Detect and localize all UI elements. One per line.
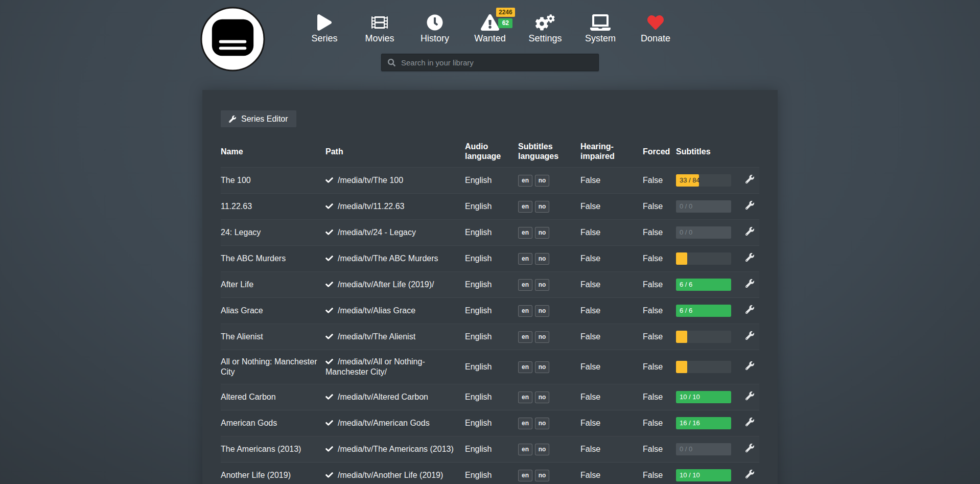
column-header-hearing-impaired: Hearing-impaired <box>580 142 643 168</box>
wanted-series-count-badge: 2246 <box>496 8 515 17</box>
audio-language: English <box>465 228 492 237</box>
hearing-impaired-value: False <box>580 202 600 211</box>
nav-item-movies[interactable]: Movies <box>352 12 407 44</box>
nav-item-donate[interactable]: Donate <box>628 12 683 44</box>
series-path: /media/tv/The 100 <box>338 176 403 185</box>
series-name[interactable]: American Gods <box>221 419 277 427</box>
wrench-icon <box>745 305 754 314</box>
audio-language: English <box>465 280 492 289</box>
table-row: Alias Grace /media/tv/Alias Grace Englis… <box>221 298 759 324</box>
wrench-icon <box>745 391 754 400</box>
subtitles-progress-fill <box>676 252 687 265</box>
language-badge: no <box>535 444 549 455</box>
edit-series-button[interactable] <box>745 279 754 289</box>
wrench-icon <box>745 470 754 478</box>
subtitles-progress: 16 / 16 <box>676 417 731 429</box>
subtitle-languages: enno <box>518 306 552 314</box>
hearing-impaired-value: False <box>580 254 600 263</box>
series-name[interactable]: The ABC Murders <box>221 254 286 263</box>
table-header-row: Name Path Audio language Subtitles langu… <box>221 142 759 168</box>
subtitle-languages: enno <box>518 444 552 453</box>
language-badge: no <box>535 279 549 290</box>
wanted-movies-count-badge: 62 <box>498 18 512 28</box>
series-name[interactable]: The 100 <box>221 176 251 185</box>
nav-item-system[interactable]: System <box>573 12 628 44</box>
subtitle-languages: enno <box>518 470 552 479</box>
language-badge: no <box>535 361 549 373</box>
column-header-name: Name <box>221 142 325 168</box>
language-badge: en <box>518 201 532 212</box>
series-name[interactable]: The Alienist <box>221 332 263 341</box>
wrench-icon <box>745 418 754 426</box>
series-name[interactable]: Altered Carbon <box>221 393 276 401</box>
play-icon <box>317 12 332 31</box>
hearing-impaired-value: False <box>580 471 600 479</box>
edit-series-button[interactable] <box>745 470 754 480</box>
subtitle-languages: enno <box>518 280 552 288</box>
subtitle-languages: enno <box>518 392 552 401</box>
edit-series-button[interactable] <box>745 331 754 341</box>
nav-item-series[interactable]: Series <box>297 12 352 44</box>
language-badge: en <box>518 391 532 403</box>
library-search-input[interactable] <box>400 58 592 67</box>
series-name[interactable]: Another Life (2019) <box>221 471 291 479</box>
edit-series-button[interactable] <box>745 305 754 315</box>
series-path: /media/tv/All or Nothing- Manchester Cit… <box>325 357 425 376</box>
heart-icon <box>647 12 664 31</box>
series-editor-button[interactable]: Series Editor <box>221 110 296 127</box>
forced-value: False <box>643 393 663 401</box>
audio-language: English <box>465 362 492 371</box>
nav-label: Settings <box>528 33 562 44</box>
film-icon <box>371 12 388 31</box>
series-path: /media/tv/The Alienist <box>338 332 415 341</box>
forced-value: False <box>643 176 663 185</box>
hearing-impaired-value: False <box>580 306 600 315</box>
series-name[interactable]: All or Nothing: Manchester City <box>221 357 317 376</box>
language-badge: en <box>518 444 532 455</box>
series-path: /media/tv/Another Life (2019) <box>338 471 443 479</box>
series-path: /media/tv/The Americans (2013) <box>338 445 454 453</box>
series-editor-label: Series Editor <box>241 114 288 124</box>
wrench-icon <box>745 227 754 236</box>
subtitles-progress-fill <box>676 331 687 343</box>
series-name[interactable]: 11.22.63 <box>221 202 252 211</box>
audio-language: English <box>465 445 492 453</box>
subtitles-progress: 0 / 0 <box>676 200 731 213</box>
subtitles-progress-label: 33 / 84 <box>680 174 700 187</box>
edit-series-button[interactable] <box>745 175 754 185</box>
edit-series-button[interactable] <box>745 418 754 428</box>
subtitles-progress-label: 10 / 10 <box>680 391 700 403</box>
series-name[interactable]: After Life <box>221 280 253 289</box>
check-icon <box>325 307 333 314</box>
language-badge: no <box>535 227 549 238</box>
series-path: /media/tv/After Life (2019)/ <box>338 280 434 289</box>
wrench-icon <box>229 116 236 123</box>
nav-item-history[interactable]: History <box>407 12 462 44</box>
series-name[interactable]: Alias Grace <box>221 306 263 315</box>
hearing-impaired-value: False <box>580 176 600 185</box>
language-badge: en <box>518 361 532 373</box>
table-row: All or Nothing: Manchester City /media/t… <box>221 350 759 384</box>
series-name[interactable]: 24: Legacy <box>221 228 261 237</box>
edit-series-button[interactable] <box>745 253 754 263</box>
subtitles-progress-label: 6 / 6 <box>680 279 692 291</box>
edit-series-button[interactable] <box>745 391 754 402</box>
series-table-body: The 100 /media/tv/The 100 English enno F… <box>221 168 759 484</box>
edit-series-button[interactable] <box>745 201 754 211</box>
table-row: 24: Legacy /media/tv/24 - Legacy English… <box>221 220 759 246</box>
language-badge: no <box>535 175 549 186</box>
audio-language: English <box>465 176 492 185</box>
edit-series-button[interactable] <box>745 227 754 237</box>
nav-item-settings[interactable]: Settings <box>518 12 573 44</box>
edit-series-button[interactable] <box>745 361 754 372</box>
subtitles-progress-label: 6 / 6 <box>680 305 692 317</box>
language-badge: en <box>518 253 532 264</box>
nav-item-wanted[interactable]: Wanted 2246 62 <box>462 12 518 44</box>
series-name[interactable]: The Americans (2013) <box>221 445 301 453</box>
wrench-icon <box>745 331 754 340</box>
edit-series-button[interactable] <box>745 444 754 454</box>
hearing-impaired-value: False <box>580 393 600 401</box>
forced-value: False <box>643 280 663 289</box>
language-badge: no <box>535 253 549 264</box>
forced-value: False <box>643 445 663 453</box>
